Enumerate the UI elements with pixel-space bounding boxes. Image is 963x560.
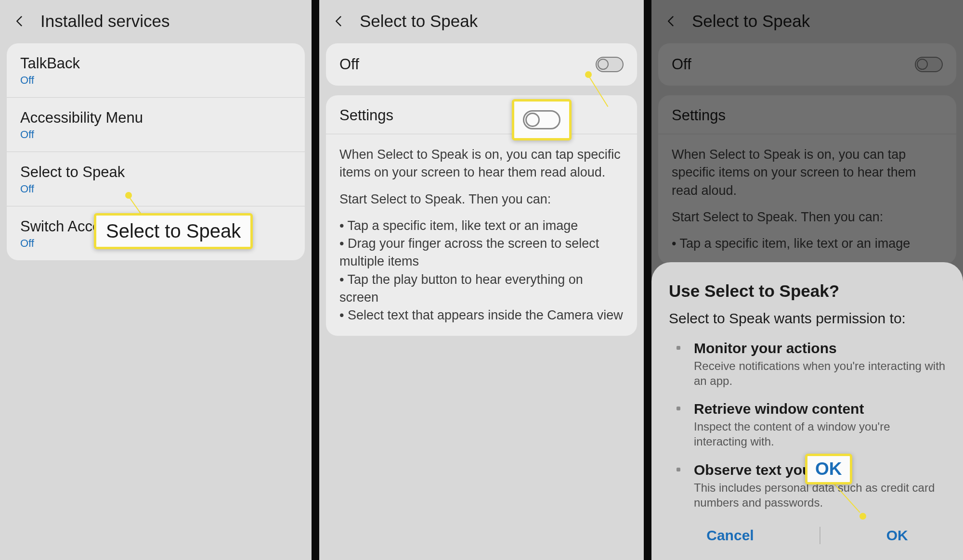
chevron-left-icon — [13, 14, 26, 28]
highlight-dot — [125, 192, 132, 199]
service-title: TalkBack — [20, 55, 291, 72]
highlight-dot — [585, 71, 592, 78]
service-status: Off — [20, 183, 291, 195]
highlight-dot — [859, 513, 866, 520]
info-para-2: Start Select to Speak. Then you can: — [339, 191, 624, 208]
toggle-track — [596, 57, 624, 72]
service-select-to-speak[interactable]: Select to Speak Off — [7, 152, 305, 206]
callout-ok: OK — [805, 454, 852, 484]
phone-3-permission-dialog: Select to Speak Off Settings When Select… — [651, 0, 963, 560]
callout-toggle — [512, 99, 572, 140]
toggle-label: Off — [339, 56, 359, 73]
dialog-title: Use Select to Speak? — [669, 281, 946, 301]
bullet-icon — [677, 407, 680, 410]
service-accessibility-menu[interactable]: Accessibility Menu Off — [7, 98, 305, 152]
button-divider — [820, 527, 820, 544]
permission-desc: Inspect the content of a window you're i… — [694, 419, 946, 449]
divider — [312, 0, 319, 560]
permission-monitor-actions: Monitor your actions Receive notificatio… — [675, 340, 946, 388]
bullet-icon — [677, 468, 680, 471]
bullet-icon — [677, 346, 680, 350]
permission-title: Monitor your actions — [694, 340, 946, 356]
toggle-switch[interactable] — [596, 57, 624, 72]
info-para-1: When Select to Speak is on, you can tap … — [339, 146, 624, 182]
permission-dialog: Use Select to Speak? Select to Speak wan… — [651, 262, 963, 560]
service-title: Select to Speak — [20, 164, 291, 181]
chevron-left-icon — [332, 14, 346, 28]
phone-2-select-to-speak: Select to Speak Off Settings When Select… — [319, 0, 644, 560]
phone-1-installed-services: Installed services TalkBack Off Accessib… — [0, 0, 312, 560]
info-bullets: • Tap a specific item, like text or an i… — [339, 217, 624, 325]
permission-retrieve-window: Retrieve window content Inspect the cont… — [675, 401, 946, 449]
page-title: Installed services — [40, 12, 169, 31]
info-text: When Select to Speak is on, you can tap … — [326, 134, 637, 336]
header-bar: Installed services — [0, 0, 312, 43]
service-status: Off — [20, 128, 291, 141]
callout-label: Select to Speak — [96, 216, 250, 247]
back-button[interactable] — [12, 13, 28, 29]
permission-title: Retrieve window content — [694, 401, 946, 417]
page-title: Select to Speak — [360, 12, 478, 31]
toggle-thumb — [598, 59, 609, 70]
settings-header[interactable]: Settings — [326, 95, 637, 134]
divider — [644, 0, 651, 560]
ok-button[interactable]: OK — [877, 522, 918, 548]
dialog-buttons: Cancel OK — [669, 522, 946, 548]
settings-card: Settings When Select to Speak is on, you… — [326, 95, 637, 336]
callout-label: OK — [807, 456, 850, 482]
callout-select-to-speak: Select to Speak — [94, 213, 253, 249]
dialog-subtitle: Select to Speak wants permission to: — [669, 310, 946, 327]
permission-list: Monitor your actions Receive notificatio… — [669, 340, 946, 510]
service-status: Off — [20, 74, 291, 87]
header-bar: Select to Speak — [319, 0, 644, 43]
back-button[interactable] — [331, 13, 347, 29]
cancel-button[interactable]: Cancel — [697, 522, 763, 548]
callout-toggle-thumb — [525, 113, 540, 127]
permission-desc: Receive notifications when you're intera… — [694, 358, 946, 388]
service-talkback[interactable]: TalkBack Off — [7, 43, 305, 98]
service-title: Accessibility Menu — [20, 109, 291, 127]
callout-toggle-track — [523, 110, 560, 129]
